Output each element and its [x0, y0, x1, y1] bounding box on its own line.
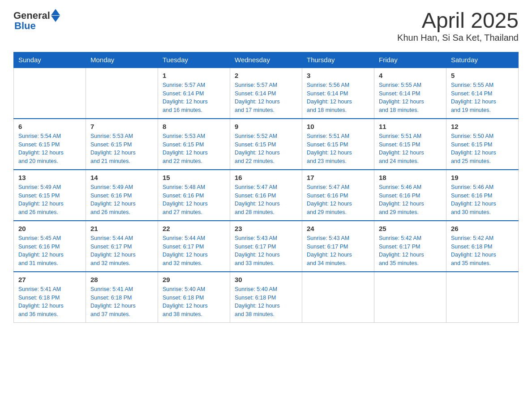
day-info: Sunrise: 5:47 AM Sunset: 6:16 PM Dayligh…	[235, 183, 297, 217]
day-number: 24	[307, 225, 369, 232]
day-info: Sunrise: 5:45 AM Sunset: 6:16 PM Dayligh…	[18, 234, 81, 268]
day-info: Sunrise: 5:55 AM Sunset: 6:14 PM Dayligh…	[451, 81, 514, 115]
day-number: 15	[163, 174, 225, 181]
calendar-cell: 12Sunrise: 5:50 AM Sunset: 6:15 PM Dayli…	[446, 119, 519, 170]
day-info: Sunrise: 5:44 AM Sunset: 6:17 PM Dayligh…	[90, 234, 153, 268]
day-info: Sunrise: 5:46 AM Sunset: 6:16 PM Dayligh…	[451, 183, 514, 217]
day-info: Sunrise: 5:56 AM Sunset: 6:14 PM Dayligh…	[307, 81, 369, 115]
calendar-cell: 29Sunrise: 5:40 AM Sunset: 6:18 PM Dayli…	[158, 272, 230, 323]
day-info: Sunrise: 5:55 AM Sunset: 6:14 PM Dayligh…	[379, 81, 442, 115]
day-info: Sunrise: 5:44 AM Sunset: 6:17 PM Dayligh…	[163, 234, 225, 268]
calendar-cell: 20Sunrise: 5:45 AM Sunset: 6:16 PM Dayli…	[14, 221, 86, 272]
day-number: 8	[163, 123, 225, 130]
day-info: Sunrise: 5:49 AM Sunset: 6:15 PM Dayligh…	[18, 183, 81, 217]
day-number: 5	[451, 72, 514, 79]
calendar-cell: 13Sunrise: 5:49 AM Sunset: 6:15 PM Dayli…	[14, 170, 86, 221]
calendar-cell: 10Sunrise: 5:51 AM Sunset: 6:15 PM Dayli…	[302, 119, 374, 170]
day-info: Sunrise: 5:51 AM Sunset: 6:15 PM Dayligh…	[307, 132, 369, 166]
day-number: 19	[451, 174, 514, 181]
day-number: 30	[235, 276, 297, 283]
day-number: 10	[307, 123, 369, 130]
col-header-thursday: Thursday	[302, 52, 374, 68]
col-header-wednesday: Wednesday	[230, 52, 302, 68]
day-number: 27	[18, 276, 81, 283]
day-number: 7	[90, 123, 153, 130]
col-header-saturday: Saturday	[446, 52, 519, 68]
calendar-cell	[446, 272, 519, 323]
day-info: Sunrise: 5:53 AM Sunset: 6:15 PM Dayligh…	[163, 132, 225, 166]
calendar-cell	[14, 68, 86, 119]
day-info: Sunrise: 5:43 AM Sunset: 6:17 PM Dayligh…	[235, 234, 297, 268]
day-info: Sunrise: 5:46 AM Sunset: 6:16 PM Dayligh…	[379, 183, 442, 217]
col-header-tuesday: Tuesday	[158, 52, 230, 68]
day-number: 28	[90, 276, 153, 283]
calendar-cell: 21Sunrise: 5:44 AM Sunset: 6:17 PM Dayli…	[86, 221, 158, 272]
logo-triangle-up	[51, 9, 60, 15]
calendar-cell: 22Sunrise: 5:44 AM Sunset: 6:17 PM Dayli…	[158, 221, 230, 272]
calendar-cell: 17Sunrise: 5:47 AM Sunset: 6:16 PM Dayli…	[302, 170, 374, 221]
calendar-cell: 11Sunrise: 5:51 AM Sunset: 6:15 PM Dayli…	[374, 119, 446, 170]
title-block: April 2025 Khun Han, Si Sa Ket, Thailand	[397, 9, 519, 43]
calendar-cell: 7Sunrise: 5:53 AM Sunset: 6:15 PM Daylig…	[86, 119, 158, 170]
week-row-2: 6Sunrise: 5:54 AM Sunset: 6:15 PM Daylig…	[14, 119, 519, 170]
day-info: Sunrise: 5:57 AM Sunset: 6:14 PM Dayligh…	[163, 81, 225, 115]
day-number: 25	[379, 225, 442, 232]
day-info: Sunrise: 5:49 AM Sunset: 6:16 PM Dayligh…	[90, 183, 153, 217]
calendar-cell: 28Sunrise: 5:41 AM Sunset: 6:18 PM Dayli…	[86, 272, 158, 323]
calendar-table: SundayMondayTuesdayWednesdayThursdayFrid…	[13, 52, 519, 323]
calendar-cell: 4Sunrise: 5:55 AM Sunset: 6:14 PM Daylig…	[374, 68, 446, 119]
day-number: 20	[18, 225, 81, 232]
calendar-cell: 18Sunrise: 5:46 AM Sunset: 6:16 PM Dayli…	[374, 170, 446, 221]
calendar-title: April 2025	[397, 9, 519, 33]
day-info: Sunrise: 5:40 AM Sunset: 6:18 PM Dayligh…	[235, 285, 297, 319]
calendar-subtitle: Khun Han, Si Sa Ket, Thailand	[397, 33, 519, 43]
day-number: 9	[235, 123, 297, 130]
day-number: 3	[307, 72, 369, 79]
calendar-cell	[86, 68, 158, 119]
day-info: Sunrise: 5:51 AM Sunset: 6:15 PM Dayligh…	[379, 132, 442, 166]
day-info: Sunrise: 5:42 AM Sunset: 6:18 PM Dayligh…	[451, 234, 514, 268]
day-info: Sunrise: 5:40 AM Sunset: 6:18 PM Dayligh…	[163, 285, 225, 319]
calendar-cell	[374, 272, 446, 323]
calendar-cell: 3Sunrise: 5:56 AM Sunset: 6:14 PM Daylig…	[302, 68, 374, 119]
day-number: 16	[235, 174, 297, 181]
day-number: 22	[163, 225, 225, 232]
day-number: 1	[163, 72, 225, 79]
day-number: 29	[163, 276, 225, 283]
col-header-monday: Monday	[86, 52, 158, 68]
week-row-4: 20Sunrise: 5:45 AM Sunset: 6:16 PM Dayli…	[14, 221, 519, 272]
logo-blue: Blue	[14, 20, 36, 32]
day-number: 21	[90, 225, 153, 232]
calendar-cell	[302, 272, 374, 323]
day-number: 17	[307, 174, 369, 181]
day-number: 13	[18, 174, 81, 181]
calendar-cell: 30Sunrise: 5:40 AM Sunset: 6:18 PM Dayli…	[230, 272, 302, 323]
day-info: Sunrise: 5:43 AM Sunset: 6:17 PM Dayligh…	[307, 234, 369, 268]
calendar-cell: 27Sunrise: 5:41 AM Sunset: 6:18 PM Dayli…	[14, 272, 86, 323]
week-row-5: 27Sunrise: 5:41 AM Sunset: 6:18 PM Dayli…	[14, 272, 519, 323]
page-header: General Blue April 2025 Khun Han, Si Sa …	[13, 9, 519, 43]
calendar-cell: 9Sunrise: 5:52 AM Sunset: 6:15 PM Daylig…	[230, 119, 302, 170]
calendar-cell: 14Sunrise: 5:49 AM Sunset: 6:16 PM Dayli…	[86, 170, 158, 221]
calendar-cell: 26Sunrise: 5:42 AM Sunset: 6:18 PM Dayli…	[446, 221, 519, 272]
day-number: 4	[379, 72, 442, 79]
day-info: Sunrise: 5:54 AM Sunset: 6:15 PM Dayligh…	[18, 132, 81, 166]
day-number: 6	[18, 123, 81, 130]
calendar-cell: 19Sunrise: 5:46 AM Sunset: 6:16 PM Dayli…	[446, 170, 519, 221]
day-number: 26	[451, 225, 514, 232]
logo: General Blue	[13, 9, 60, 32]
calendar-cell: 25Sunrise: 5:42 AM Sunset: 6:17 PM Dayli…	[374, 221, 446, 272]
col-header-sunday: Sunday	[14, 52, 86, 68]
day-number: 14	[90, 174, 153, 181]
day-info: Sunrise: 5:52 AM Sunset: 6:15 PM Dayligh…	[235, 132, 297, 166]
day-info: Sunrise: 5:50 AM Sunset: 6:15 PM Dayligh…	[451, 132, 514, 166]
calendar-cell: 2Sunrise: 5:57 AM Sunset: 6:14 PM Daylig…	[230, 68, 302, 119]
calendar-cell: 24Sunrise: 5:43 AM Sunset: 6:17 PM Dayli…	[302, 221, 374, 272]
day-number: 12	[451, 123, 514, 130]
logo-triangle-down	[51, 16, 60, 22]
day-info: Sunrise: 5:57 AM Sunset: 6:14 PM Dayligh…	[235, 81, 297, 115]
calendar-cell: 8Sunrise: 5:53 AM Sunset: 6:15 PM Daylig…	[158, 119, 230, 170]
logo-general: General	[13, 10, 50, 21]
day-number: 23	[235, 225, 297, 232]
calendar-cell: 16Sunrise: 5:47 AM Sunset: 6:16 PM Dayli…	[230, 170, 302, 221]
